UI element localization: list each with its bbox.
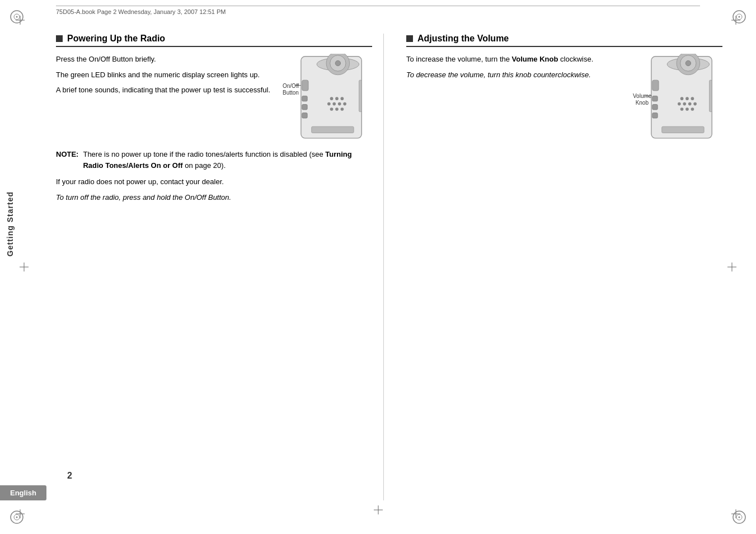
left-column: Powering Up the Radio Press the On/Off B… [56,34,384,500]
left-radio-svg [283,54,372,146]
svg-point-38 [341,107,344,111]
svg-point-31 [341,97,344,100]
note-bold-text: Turning Radio Tones/Alerts On or Off [83,150,351,170]
left-text-block: Press the On/Off Button briefly. The gre… [56,54,277,143]
svg-point-52 [685,97,689,100]
header-file-info: 75D05-A.book Page 2 Wednesday, January 3… [56,8,226,15]
heading-icon-right [406,35,413,42]
svg-rect-48 [652,96,658,101]
svg-point-34 [338,102,341,106]
svg-point-32 [327,102,331,106]
left-para-3: A brief tone sounds, indicating that the… [56,85,277,96]
right-section-heading: Adjusting the Volume [406,34,722,47]
right-callout-label: VolumeKnob [633,93,649,106]
left-heading-text: Powering Up the Radio [67,34,165,44]
svg-point-46 [685,60,691,65]
svg-rect-62 [710,80,712,112]
svg-point-37 [335,107,339,111]
note-content: There is no power up tone if the radio t… [83,149,372,171]
circle-mark-tl [9,9,25,25]
sidebar-label: Getting Started [6,191,15,256]
svg-point-36 [330,107,334,111]
svg-point-56 [688,102,692,106]
right-para-1: To increase the volume, turn the Volume … [406,54,627,65]
note-block: NOTE: There is no power up tone if the r… [56,149,372,171]
right-column: Adjusting the Volume To increase the vol… [401,34,722,500]
circle-mark-bl [9,509,25,525]
sidebar-text: Getting Started [0,112,20,336]
extra-text-block: If your radio does not power up, contact… [56,176,372,203]
left-para-1: Press the On/Off Button briefly. [56,54,277,65]
extra-para-1: If your radio does not power up, contact… [56,176,372,188]
svg-point-55 [683,102,686,106]
svg-rect-61 [662,127,704,133]
volume-knob-bold: Volume Knob [512,55,558,63]
right-content-with-image: To increase the volume, turn the Volume … [406,54,722,143]
extra-para-2: To turn off the radio, press and hold th… [56,192,372,203]
circle-mark-tr [731,9,747,25]
left-radio-image: On/OffButton [283,54,372,143]
corner-mark-middle-right [727,263,736,271]
svg-point-10 [16,16,18,18]
svg-rect-27 [302,105,307,110]
svg-rect-26 [302,96,307,101]
svg-point-51 [680,97,684,100]
circle-mark-br [731,509,747,525]
svg-rect-25 [302,80,308,91]
corner-mark-middle-left [20,263,29,271]
right-text-block: To increase the volume, turn the Volume … [406,54,627,143]
svg-point-35 [343,102,346,106]
header-bar: 75D05-A.book Page 2 Wednesday, January 3… [56,6,700,15]
left-content-with-image: Press the On/Off Button briefly. The gre… [56,54,372,143]
svg-rect-50 [652,113,658,118]
svg-point-24 [335,60,340,65]
right-heading-text: Adjusting the Volume [417,34,509,44]
svg-point-59 [685,107,689,111]
english-tab: English [0,485,46,500]
svg-point-54 [678,102,681,106]
svg-point-60 [691,107,694,111]
svg-point-30 [335,97,339,100]
svg-point-57 [693,102,697,106]
left-callout-label: On/OffButton [283,83,298,96]
svg-rect-40 [359,80,362,112]
svg-rect-28 [302,113,307,118]
svg-point-53 [691,97,694,100]
svg-point-29 [330,97,334,100]
page-container: 75D05-A.book Page 2 Wednesday, January 3… [0,0,756,534]
svg-point-58 [680,107,684,111]
svg-rect-39 [312,127,354,133]
left-section-heading: Powering Up the Radio [56,34,372,47]
svg-rect-49 [652,105,658,110]
main-content: Powering Up the Radio Press the On/Off B… [56,34,722,500]
right-radio-image: VolumeKnob [633,54,722,143]
svg-point-13 [739,16,740,18]
corner-mark-bottom-center [374,505,383,514]
svg-point-33 [332,102,336,106]
right-para-2: To decrease the volume, turn this knob c… [406,69,627,81]
note-label: NOTE: [56,149,78,171]
heading-icon-left [56,35,63,42]
svg-rect-47 [652,80,659,91]
svg-point-19 [739,517,740,518]
left-para-2: The green LED blinks and the numeric dis… [56,69,277,81]
svg-point-16 [16,517,18,518]
